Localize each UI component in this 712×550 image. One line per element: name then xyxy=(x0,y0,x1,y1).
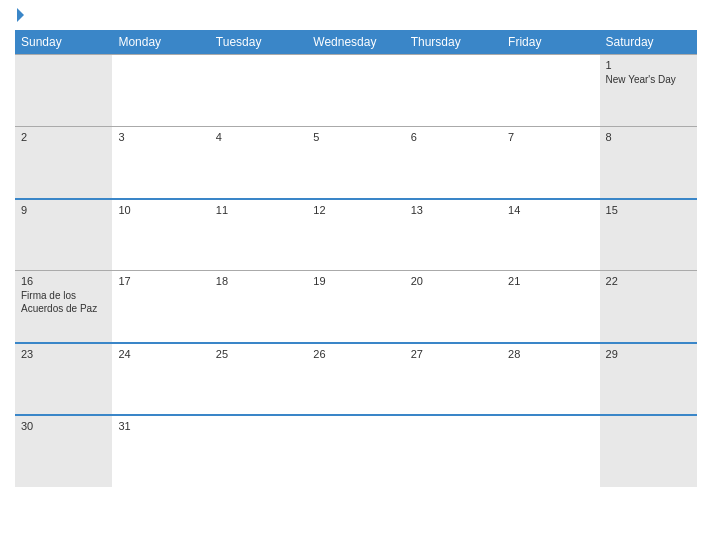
day-number: 18 xyxy=(216,275,301,287)
day-number: 2 xyxy=(21,131,106,143)
day-number: 21 xyxy=(508,275,593,287)
day-number: 3 xyxy=(118,131,203,143)
weekday-header-thursday: Thursday xyxy=(405,30,502,55)
calendar-cell: 18 xyxy=(210,271,307,343)
calendar-cell: 9 xyxy=(15,199,112,271)
calendar-cell: 4 xyxy=(210,127,307,199)
calendar-cell: 2 xyxy=(15,127,112,199)
logo xyxy=(15,10,24,22)
calendar-cell: 8 xyxy=(600,127,697,199)
calendar-cell: 17 xyxy=(112,271,209,343)
day-number: 11 xyxy=(216,204,301,216)
calendar-cell: 21 xyxy=(502,271,599,343)
day-number: 17 xyxy=(118,275,203,287)
day-number: 31 xyxy=(118,420,203,432)
day-number: 14 xyxy=(508,204,593,216)
weekday-header-saturday: Saturday xyxy=(600,30,697,55)
calendar-cell xyxy=(502,415,599,487)
calendar-cell: 22 xyxy=(600,271,697,343)
day-number: 16 xyxy=(21,275,106,287)
calendar-cell: 26 xyxy=(307,343,404,415)
calendar-cell: 3 xyxy=(112,127,209,199)
calendar-cell: 7 xyxy=(502,127,599,199)
calendar-header xyxy=(15,10,697,22)
week-row-4: 16Firma de los Acuerdos de Paz1718192021… xyxy=(15,271,697,343)
calendar-cell xyxy=(210,415,307,487)
day-number: 29 xyxy=(606,348,691,360)
weekday-header-row: SundayMondayTuesdayWednesdayThursdayFrid… xyxy=(15,30,697,55)
day-number: 6 xyxy=(411,131,496,143)
day-number: 22 xyxy=(606,275,691,287)
logo-blue-text xyxy=(15,10,24,22)
day-number: 19 xyxy=(313,275,398,287)
calendar-cell: 23 xyxy=(15,343,112,415)
day-number: 12 xyxy=(313,204,398,216)
day-number: 1 xyxy=(606,59,691,71)
week-row-5: 23242526272829 xyxy=(15,343,697,415)
calendar-cell: 11 xyxy=(210,199,307,271)
calendar-cell xyxy=(307,55,404,127)
week-row-3: 9101112131415 xyxy=(15,199,697,271)
day-number: 4 xyxy=(216,131,301,143)
calendar-cell xyxy=(210,55,307,127)
calendar-cell: 1New Year's Day xyxy=(600,55,697,127)
calendar-container: SundayMondayTuesdayWednesdayThursdayFrid… xyxy=(0,0,712,550)
day-number: 28 xyxy=(508,348,593,360)
calendar-cell: 30 xyxy=(15,415,112,487)
calendar-cell: 25 xyxy=(210,343,307,415)
calendar-cell: 5 xyxy=(307,127,404,199)
calendar-cell: 13 xyxy=(405,199,502,271)
calendar-cell: 10 xyxy=(112,199,209,271)
calendar-cell xyxy=(502,55,599,127)
calendar-cell xyxy=(405,55,502,127)
calendar-cell xyxy=(15,55,112,127)
calendar-cell: 24 xyxy=(112,343,209,415)
day-number: 25 xyxy=(216,348,301,360)
calendar-cell xyxy=(112,55,209,127)
calendar-cell: 27 xyxy=(405,343,502,415)
day-number: 20 xyxy=(411,275,496,287)
day-number: 27 xyxy=(411,348,496,360)
calendar-cell: 16Firma de los Acuerdos de Paz xyxy=(15,271,112,343)
day-number: 8 xyxy=(606,131,691,143)
calendar-cell: 20 xyxy=(405,271,502,343)
calendar-cell: 15 xyxy=(600,199,697,271)
calendar-cell xyxy=(600,415,697,487)
calendar-cell: 14 xyxy=(502,199,599,271)
day-number: 30 xyxy=(21,420,106,432)
holiday-name: New Year's Day xyxy=(606,74,676,85)
day-number: 13 xyxy=(411,204,496,216)
day-number: 24 xyxy=(118,348,203,360)
calendar-cell: 6 xyxy=(405,127,502,199)
holiday-name: Firma de los Acuerdos de Paz xyxy=(21,290,97,314)
logo-triangle-icon xyxy=(17,8,24,22)
day-number: 26 xyxy=(313,348,398,360)
week-row-6: 3031 xyxy=(15,415,697,487)
week-row-1: 1New Year's Day xyxy=(15,55,697,127)
day-number: 10 xyxy=(118,204,203,216)
calendar-cell: 31 xyxy=(112,415,209,487)
weekday-header-tuesday: Tuesday xyxy=(210,30,307,55)
weekday-header-friday: Friday xyxy=(502,30,599,55)
calendar-cell xyxy=(307,415,404,487)
day-number: 5 xyxy=(313,131,398,143)
weekday-header-sunday: Sunday xyxy=(15,30,112,55)
calendar-cell: 19 xyxy=(307,271,404,343)
calendar-cell: 28 xyxy=(502,343,599,415)
calendar-cell xyxy=(405,415,502,487)
calendar-table: SundayMondayTuesdayWednesdayThursdayFrid… xyxy=(15,30,697,487)
weekday-header-wednesday: Wednesday xyxy=(307,30,404,55)
week-row-2: 2345678 xyxy=(15,127,697,199)
day-number: 15 xyxy=(606,204,691,216)
calendar-cell: 29 xyxy=(600,343,697,415)
day-number: 9 xyxy=(21,204,106,216)
weekday-header-monday: Monday xyxy=(112,30,209,55)
calendar-cell: 12 xyxy=(307,199,404,271)
day-number: 23 xyxy=(21,348,106,360)
day-number: 7 xyxy=(508,131,593,143)
